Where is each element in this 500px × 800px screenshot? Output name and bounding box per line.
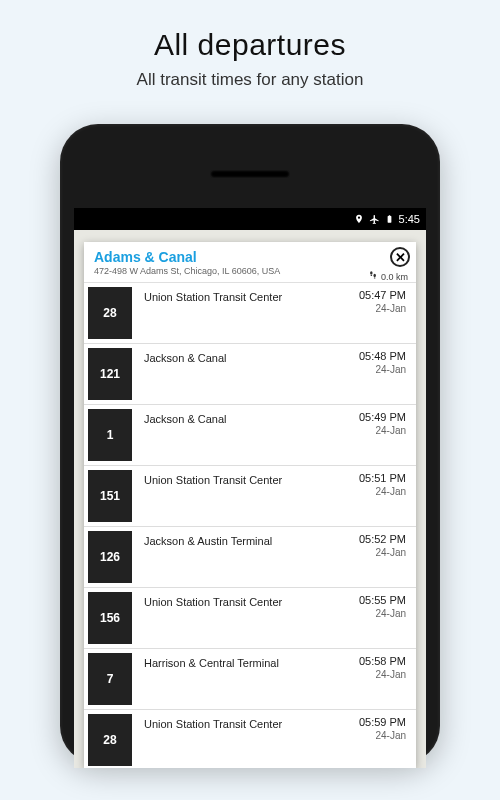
destination-label: Union Station Transit Center: [132, 710, 359, 768]
close-button[interactable]: ✕: [390, 247, 410, 267]
destination-label: Jackson & Canal: [132, 405, 359, 465]
location-icon: [354, 214, 364, 224]
panel-header: Adams & Canal 472-498 W Adams St, Chicag…: [84, 242, 416, 283]
departure-time: 05:59 PM: [359, 716, 406, 728]
departure-date: 24-Jan: [359, 486, 406, 497]
route-badge: 156: [88, 592, 132, 644]
svg-rect-1: [370, 275, 372, 276]
destination-label: Jackson & Austin Terminal: [132, 527, 359, 587]
airplane-icon: [369, 214, 380, 225]
departure-row[interactable]: 156 Union Station Transit Center 05:55 P…: [84, 588, 416, 649]
departure-row[interactable]: 121 Jackson & Canal 05:48 PM 24-Jan: [84, 344, 416, 405]
route-badge: 121: [88, 348, 132, 400]
distance-indicator: 0.0 km: [368, 270, 408, 283]
promo-title: All departures: [20, 28, 480, 62]
time-column: 05:55 PM 24-Jan: [359, 588, 416, 648]
status-bar: 5:45: [74, 208, 426, 230]
departure-row[interactable]: 28 Union Station Transit Center 05:59 PM…: [84, 710, 416, 768]
battery-icon: [385, 213, 394, 225]
departure-row[interactable]: 7 Harrison & Central Terminal 05:58 PM 2…: [84, 649, 416, 710]
route-badge: 28: [88, 714, 132, 766]
departures-list[interactable]: 28 Union Station Transit Center 05:47 PM…: [84, 283, 416, 768]
departure-time: 05:49 PM: [359, 411, 406, 423]
departure-date: 24-Jan: [359, 425, 406, 436]
status-time: 5:45: [399, 213, 420, 225]
destination-label: Union Station Transit Center: [132, 466, 359, 526]
departure-time: 05:55 PM: [359, 594, 406, 606]
footprints-icon: [368, 270, 378, 283]
route-badge: 28: [88, 287, 132, 339]
departure-time: 05:51 PM: [359, 472, 406, 484]
route-badge: 1: [88, 409, 132, 461]
departure-time: 05:52 PM: [359, 533, 406, 545]
time-column: 05:52 PM 24-Jan: [359, 527, 416, 587]
time-column: 05:51 PM 24-Jan: [359, 466, 416, 526]
destination-label: Union Station Transit Center: [132, 588, 359, 648]
time-column: 05:49 PM 24-Jan: [359, 405, 416, 465]
route-badge: 151: [88, 470, 132, 522]
distance-value: 0.0 km: [381, 272, 408, 282]
departure-row[interactable]: 126 Jackson & Austin Terminal 05:52 PM 2…: [84, 527, 416, 588]
promo-header: All departures All transit times for any…: [0, 0, 500, 106]
departure-date: 24-Jan: [359, 669, 406, 680]
svg-rect-3: [374, 278, 376, 279]
phone-frame: 5:45 Adams & Canal 472-498 W Adams St, C…: [60, 124, 440, 764]
route-badge: 126: [88, 531, 132, 583]
station-address: 472-498 W Adams St, Chicago, IL 60606, U…: [94, 266, 406, 276]
time-column: 05:59 PM 24-Jan: [359, 710, 416, 768]
departure-row[interactable]: 28 Union Station Transit Center 05:47 PM…: [84, 283, 416, 344]
phone-screen: 5:45 Adams & Canal 472-498 W Adams St, C…: [74, 208, 426, 768]
route-badge: 7: [88, 653, 132, 705]
departure-date: 24-Jan: [359, 364, 406, 375]
departure-date: 24-Jan: [359, 547, 406, 558]
departure-date: 24-Jan: [359, 303, 406, 314]
destination-label: Union Station Transit Center: [132, 283, 359, 343]
svg-point-2: [373, 274, 376, 277]
departure-time: 05:58 PM: [359, 655, 406, 667]
time-column: 05:47 PM 24-Jan: [359, 283, 416, 343]
time-column: 05:48 PM 24-Jan: [359, 344, 416, 404]
svg-point-0: [370, 271, 373, 274]
departures-panel: Adams & Canal 472-498 W Adams St, Chicag…: [84, 242, 416, 768]
destination-label: Jackson & Canal: [132, 344, 359, 404]
departure-date: 24-Jan: [359, 608, 406, 619]
departure-date: 24-Jan: [359, 730, 406, 741]
phone-speaker: [210, 170, 290, 178]
promo-subtitle: All transit times for any station: [20, 70, 480, 90]
close-icon: ✕: [395, 251, 406, 264]
departure-row[interactable]: 151 Union Station Transit Center 05:51 P…: [84, 466, 416, 527]
station-name: Adams & Canal: [94, 249, 406, 265]
departure-time: 05:48 PM: [359, 350, 406, 362]
departure-row[interactable]: 1 Jackson & Canal 05:49 PM 24-Jan: [84, 405, 416, 466]
departure-time: 05:47 PM: [359, 289, 406, 301]
time-column: 05:58 PM 24-Jan: [359, 649, 416, 709]
destination-label: Harrison & Central Terminal: [132, 649, 359, 709]
